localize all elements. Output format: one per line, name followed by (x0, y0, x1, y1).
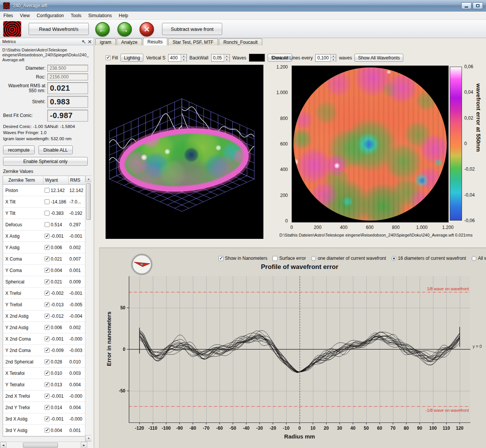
vertical-scale-spinner[interactable]: 400 ▲▼ (168, 54, 187, 62)
zernike-enable-checkbox[interactable] (45, 325, 50, 330)
zernike-enable-checkbox[interactable] (45, 199, 50, 204)
scrollbar-thumb[interactable] (86, 183, 91, 220)
scroll-down-icon[interactable]: ▼ (85, 435, 91, 442)
spin-down-icon[interactable]: ▼ (224, 58, 229, 62)
zernike-enable-checkbox[interactable] (45, 348, 50, 353)
spin-down-icon[interactable]: ▼ (181, 58, 186, 62)
zernike-vertical-scrollbar[interactable]: ▲ ▼ (85, 176, 91, 442)
zernike-enable-checkbox[interactable] (45, 291, 50, 296)
scroll-right-icon[interactable]: ▶ (81, 442, 87, 448)
pin-icon[interactable] (82, 40, 86, 44)
zernike-enable-checkbox[interactable] (45, 371, 50, 376)
zernike-enable-checkbox[interactable] (45, 394, 50, 398)
zernike-enable-checkbox[interactable] (45, 428, 50, 433)
tab[interactable]: Analyze (117, 38, 142, 45)
surface-error-checkbox[interactable] (273, 256, 277, 261)
zernike-row[interactable]: X Trefoi -0.002 -0.001 (3, 288, 87, 299)
diameter-field[interactable]: 238.500 (47, 65, 88, 72)
zernike-row[interactable]: 2nd Spherical 0.028 0.010 (3, 356, 87, 368)
radio-icon[interactable] (311, 256, 316, 261)
menu-item[interactable]: View (16, 11, 33, 19)
zernike-enable-checkbox[interactable] (45, 279, 50, 284)
zernike-row[interactable]: Spherical 0.021 0.009 (3, 276, 87, 288)
spin-down-icon[interactable]: ▼ (330, 58, 336, 62)
wavefront-3d-view[interactable] (106, 65, 263, 239)
menu-item[interactable]: Tools (67, 11, 85, 19)
zernike-enable-checkbox[interactable] (45, 314, 50, 318)
zernike-enable-checkbox[interactable] (45, 222, 50, 227)
menu-item[interactable]: Help (115, 11, 132, 19)
lighting-button[interactable]: Lighting (120, 54, 143, 62)
spin-up-icon[interactable]: ▲ (181, 54, 186, 58)
tab[interactable]: Results (143, 38, 167, 45)
zernike-enable-checkbox[interactable] (45, 302, 50, 307)
zernike-row[interactable]: X Tetrafoi 0.010 0.003 (3, 368, 87, 379)
tab[interactable]: Star Test, PSF, MTF (168, 38, 218, 45)
metrics-panel-header[interactable]: Metrics (0, 38, 94, 45)
read-wavefront-button[interactable]: Read Wavefront/s (29, 23, 89, 35)
scrollbar-thumb[interactable] (23, 443, 58, 448)
radio-icon[interactable] (472, 256, 476, 261)
radio-option[interactable]: 16 diameters of current wavefront (391, 256, 466, 261)
radio-option[interactable]: one diameter of current wavefront (311, 256, 386, 261)
tab[interactable]: igram (95, 38, 116, 45)
zernike-enable-checkbox[interactable] (45, 336, 50, 341)
zernike-row[interactable]: X 2nd Coma -0.001 -0.000 (3, 333, 87, 345)
spin-up-icon[interactable]: ▲ (224, 54, 229, 58)
zernike-row[interactable]: X 2nd Astig -0.012 -0.004 (3, 310, 87, 322)
zernike-row[interactable]: Y Tetrafoi 0.013 0.004 (3, 379, 87, 390)
zernike-row[interactable]: Defocus 0.514 0.297 (3, 219, 87, 230)
zernike-wyant-header[interactable]: Wyant (43, 176, 69, 184)
zernike-row[interactable]: X Tilt -14.186 -7.0... (3, 196, 87, 208)
zernike-row[interactable]: Y 2nd Coma -0.009 -0.003 (3, 345, 87, 356)
fill-checkbox[interactable] (106, 55, 111, 60)
title-bar[interactable]: 240_Average.wft (0, 0, 486, 11)
backwall-spinner[interactable]: 0,05 ▲▼ (211, 54, 230, 62)
zernike-row[interactable]: X Coma 0.021 0.007 (3, 253, 87, 265)
recompute-button[interactable]: recompute (3, 146, 35, 154)
zernike-enable-checkbox[interactable] (45, 405, 50, 410)
menu-item[interactable]: Simulations (85, 11, 115, 19)
zernike-enable-checkbox[interactable] (45, 382, 50, 387)
roc-field[interactable]: 2156.000 (47, 74, 88, 80)
back-button[interactable]: ← (95, 22, 110, 37)
zernike-row[interactable]: Y Coma 0.004 0.001 (3, 265, 87, 276)
zernike-row[interactable]: Y Tilt -0.383 -0.192 (3, 208, 87, 219)
radio-option[interactable]: All wavefronts (472, 256, 486, 261)
close-panel-icon[interactable] (88, 40, 91, 43)
close-wavefront-button[interactable]: × (140, 22, 154, 37)
zernike-enable-checkbox[interactable] (45, 188, 50, 193)
show-all-wavefronts-button[interactable]: Show All Wavefronts (354, 54, 403, 62)
radio-icon[interactable] (391, 256, 396, 261)
spin-up-icon[interactable]: ▲ (330, 54, 336, 58)
zernike-horizontal-scrollbar[interactable]: ◀ ▶ (0, 442, 87, 448)
zernike-rms-header[interactable]: RMS (69, 176, 87, 184)
zernike-enable-checkbox[interactable] (45, 256, 50, 261)
zernike-row[interactable]: Y Trefoil -0.013 -0.005 (3, 299, 87, 310)
zernike-row[interactable]: 2nd X Trefoi -0.001 -0.000 (3, 390, 87, 402)
forward-button[interactable]: → (117, 22, 132, 37)
subtract-wavefront-button[interactable]: Subtract wave front (162, 23, 222, 35)
minimize-button[interactable] (461, 2, 472, 9)
zernike-row[interactable]: Y 2nd Astig 0.006 0.002 (3, 322, 87, 333)
zernike-enable-checkbox[interactable] (45, 234, 50, 238)
enable-spherical-only-button[interactable]: Enable Spherical only (3, 157, 88, 166)
zernike-row[interactable]: Piston 12.142 12.142 (3, 185, 87, 196)
disable-all-button[interactable]: Disable ALL (38, 146, 73, 154)
background-color-swatch[interactable] (249, 54, 265, 62)
zernike-enable-checkbox[interactable] (45, 359, 50, 364)
zernike-row[interactable]: 3rd Y Astig 0.004 0.001 (3, 425, 87, 436)
igram-thumbnail-button[interactable] (3, 21, 21, 37)
zernike-enable-checkbox[interactable] (45, 416, 50, 421)
contour-interval-spinner[interactable]: 0,100 ▲▼ (315, 54, 336, 62)
tab[interactable]: Ronchi_Foucault (219, 38, 262, 45)
zernike-row[interactable]: 2nd Y Trefoi 0.014 0.004 (3, 402, 87, 413)
scroll-left-icon[interactable]: ◀ (0, 442, 6, 448)
show-nanometers-checkbox[interactable] (218, 256, 223, 261)
zernike-enable-checkbox[interactable] (45, 211, 50, 216)
menu-item[interactable]: Files (0, 11, 16, 19)
zernike-term-header[interactable]: Zernike Term (3, 176, 43, 184)
restore-button[interactable] (473, 2, 483, 9)
zernike-row[interactable]: Y Astig 0.006 0.002 (3, 242, 87, 253)
zernike-enable-checkbox[interactable] (45, 268, 50, 273)
